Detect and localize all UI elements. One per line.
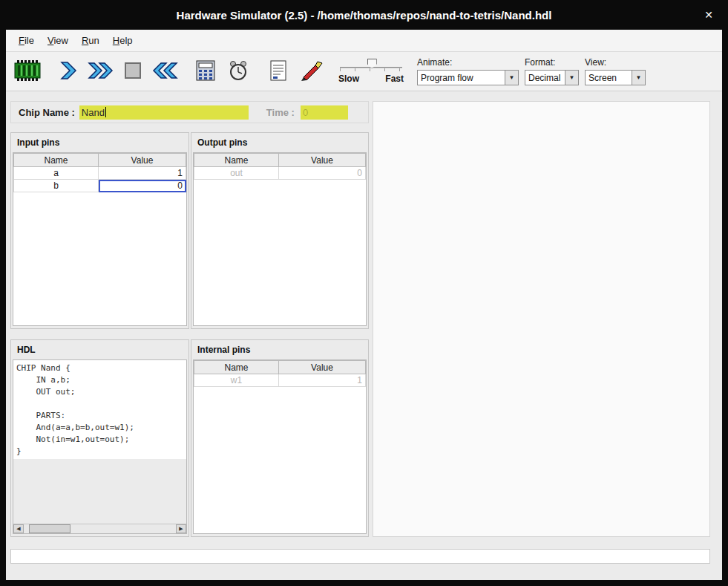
chip-icon <box>13 59 42 85</box>
pin-value-cell[interactable]: 1 <box>279 374 366 387</box>
chevron-down-icon[interactable]: ▼ <box>565 71 578 85</box>
menu-run[interactable]: Run <box>75 33 106 48</box>
load-chip-button[interactable] <box>12 54 43 88</box>
single-step-icon <box>56 59 79 84</box>
window-title: Hardware Simulator (2.5) - /home/thomas/… <box>177 9 552 22</box>
fast-forward-icon <box>87 59 114 84</box>
script-icon <box>269 59 288 84</box>
hdl-title: HDL <box>11 340 188 358</box>
scroll-right-icon[interactable]: ▶ <box>176 524 186 533</box>
scrollbar-track[interactable] <box>70 524 176 533</box>
clock-button[interactable] <box>223 54 254 88</box>
scroll-left-icon[interactable]: ◀ <box>13 524 24 533</box>
output-pins-table: Name Value out 0 <box>193 152 367 326</box>
column-header-value: Value <box>279 361 366 374</box>
time-field: 0 <box>301 105 348 120</box>
format-value: Decimal <box>525 73 565 83</box>
close-icon[interactable]: ✕ <box>704 9 713 21</box>
column-header-name: Name <box>194 361 279 374</box>
animate-select[interactable]: Program flow ▼ <box>417 70 519 85</box>
animate-value: Program flow <box>418 73 505 83</box>
slider-slow-label: Slow <box>338 74 359 84</box>
view-group: View: Screen ▼ <box>585 57 646 85</box>
code-line: Not(in=w1,out=out); <box>16 434 183 446</box>
column-header-name: Name <box>14 154 99 167</box>
slider-fast-label: Fast <box>385 74 404 84</box>
table-row: a 1 <box>14 167 186 180</box>
output-pins-title: Output pins <box>191 133 368 151</box>
format-group: Format: Decimal ▼ <box>525 57 579 85</box>
view-label: View: <box>585 57 646 68</box>
single-step-button[interactable] <box>52 54 83 88</box>
column-header-name: Name <box>194 154 279 167</box>
hdl-viewer: CHIP Nand { IN a,b; OUT out; PARTS: And(… <box>13 359 187 534</box>
load-script-button[interactable] <box>263 54 294 88</box>
chip-name-input[interactable]: Nand <box>79 105 249 120</box>
pin-value-cell[interactable]: 1 <box>99 167 186 180</box>
chip-name-label: Chip Name : <box>19 107 75 118</box>
menu-file[interactable]: File <box>12 33 41 48</box>
code-line <box>16 398 183 410</box>
table-row: w1 1 <box>194 374 366 387</box>
pin-value-cell-selected[interactable]: 0 <box>99 180 186 192</box>
internal-pins-title: Internal pins <box>191 340 368 358</box>
toolbar: Slow Fast Animate: Program flow ▼ Format… <box>6 52 722 91</box>
reset-button[interactable] <box>150 54 181 88</box>
clock-icon <box>227 59 249 84</box>
time-value: 0 <box>303 107 308 118</box>
animate-group: Animate: Program flow ▼ <box>417 57 519 85</box>
chip-header-panel: Chip Name : Nand Time : 0 <box>10 101 369 123</box>
pin-name-cell: a <box>14 167 99 180</box>
speed-slider-group: Slow Fast <box>338 59 404 84</box>
format-select[interactable]: Decimal ▼ <box>525 70 579 85</box>
view-select[interactable]: Screen ▼ <box>585 70 646 85</box>
text-caret <box>105 107 106 117</box>
code-line: OUT out; <box>16 386 183 398</box>
speed-slider[interactable] <box>338 59 404 71</box>
output-pins-panel: Output pins Name Value out 0 <box>191 132 369 329</box>
code-line: } <box>16 446 183 458</box>
run-button[interactable] <box>85 54 116 88</box>
brush-icon <box>299 59 323 84</box>
pin-value-cell[interactable]: 0 <box>279 167 366 180</box>
menu-help[interactable]: Help <box>106 33 140 48</box>
chevron-down-icon[interactable]: ▼ <box>632 71 645 85</box>
pin-name-cell: w1 <box>194 374 279 387</box>
hdl-code-area: CHIP Nand { IN a,b; OUT out; PARTS: And(… <box>13 360 186 459</box>
display-panel <box>373 101 710 537</box>
table-row: b 0 <box>14 180 186 192</box>
time-label: Time : <box>266 107 295 118</box>
rewind-icon <box>152 59 179 84</box>
status-message-bar <box>10 549 710 564</box>
window-body: File View Run Help <box>6 30 722 580</box>
view-value: Screen <box>586 73 632 83</box>
code-line: And(a=a,b=b,out=w1); <box>16 422 183 434</box>
column-header-value: Value <box>99 154 186 167</box>
input-pins-panel: Input pins Name Value a 1 <box>10 132 189 329</box>
title-bar: Hardware Simulator (2.5) - /home/thomas/… <box>0 0 728 30</box>
scrollbar-thumb[interactable] <box>29 524 70 533</box>
chevron-down-icon[interactable]: ▼ <box>505 71 518 85</box>
pin-name-cell: b <box>14 180 99 192</box>
table-row: out 0 <box>194 167 366 180</box>
stop-button[interactable] <box>117 54 148 88</box>
column-header-value: Value <box>279 154 366 167</box>
format-label: Format: <box>525 57 579 68</box>
hdl-horizontal-scrollbar[interactable]: ◀ ▶ <box>13 524 186 533</box>
main-content: Chip Name : Nand Time : 0 Input pins <box>6 91 722 580</box>
animate-label: Animate: <box>417 57 519 68</box>
chip-name-value: Nand <box>82 107 105 118</box>
menu-view[interactable]: View <box>41 33 75 48</box>
hdl-panel: HDL CHIP Nand { IN a,b; OUT out; PARTS: … <box>10 339 189 537</box>
input-pins-title: Input pins <box>11 133 188 151</box>
internal-pins-panel: Internal pins Name Value w1 1 <box>191 339 369 537</box>
breakpoints-button[interactable] <box>295 54 327 88</box>
code-line: CHIP Nand { <box>16 362 183 374</box>
code-line: IN a,b; <box>16 374 183 386</box>
internal-pins-table: Name Value w1 1 <box>193 359 367 534</box>
input-pins-table: Name Value a 1 b 0 <box>13 152 187 326</box>
eval-button[interactable] <box>190 54 221 88</box>
slider-ticks <box>340 68 402 71</box>
stop-icon <box>123 61 142 82</box>
app-window: Hardware Simulator (2.5) - /home/thomas/… <box>0 0 728 586</box>
